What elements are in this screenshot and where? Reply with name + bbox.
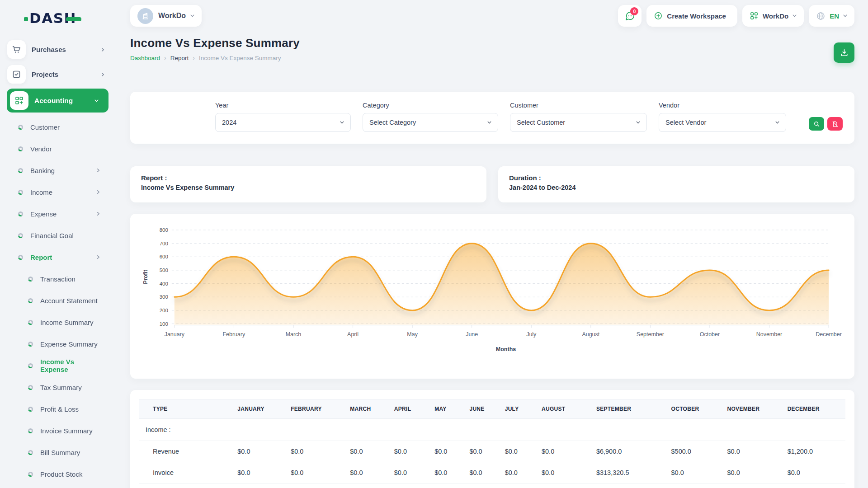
sidebar-item-label: Income Summary: [40, 319, 94, 326]
download-button[interactable]: [834, 42, 854, 63]
chevron-down-icon: [94, 98, 99, 103]
svg-text:March: March: [286, 331, 302, 338]
year-select[interactable]: 2024: [215, 113, 351, 132]
chevron-right-icon: ›: [193, 54, 195, 61]
bullet-icon: [28, 363, 33, 368]
sidebar-item-report[interactable]: Report: [0, 246, 117, 268]
table-cell: $6,900.0: [590, 441, 665, 462]
svg-text:January: January: [165, 331, 185, 338]
cart-icon-box: [7, 40, 26, 59]
sidebar-item-expense[interactable]: Expense: [0, 203, 117, 225]
select-value: Select Customer: [517, 119, 565, 126]
sidebar-item-label: Accounting: [34, 97, 73, 105]
table-cell: $0.0: [284, 441, 344, 462]
income-expense-table-card: TYPEJANUARYFEBRUARYMARCHAPRILMAYJUNEJULY…: [130, 390, 854, 488]
logo-dot-icon: [24, 17, 28, 21]
logo-dash-icon: [66, 17, 81, 21]
plus-circle-icon: [654, 11, 663, 20]
sidebar-item-accounting[interactable]: Accounting: [7, 89, 108, 113]
messages-button[interactable]: 0: [618, 5, 642, 27]
table-cell: $0.0: [535, 462, 590, 483]
grid-plus-icon: [14, 96, 24, 105]
breadcrumb-dashboard[interactable]: Dashboard: [130, 55, 160, 61]
filter-field-year: Year 2024: [215, 102, 351, 134]
page-title: Income Vs Expense Summary: [130, 36, 300, 50]
sidebar-item-label: Profit & Loss: [40, 405, 79, 413]
filter-field-category: Category Select Category: [363, 102, 498, 134]
chart-card: 800700600500400300200100JanuaryFebruaryM…: [130, 214, 854, 379]
page-header: Income Vs Expense Summary Dashboard › Re…: [130, 36, 854, 63]
filter-card: Year 2024 Category Select Category Custo…: [130, 92, 854, 144]
column-header: MARCH: [344, 399, 388, 419]
sidebar-item-profit-loss[interactable]: Profit & Loss: [0, 398, 117, 420]
breadcrumb-current: Income Vs Expense Summary: [199, 55, 281, 61]
svg-text:700: 700: [160, 241, 168, 246]
column-header: APRIL: [388, 399, 428, 419]
sidebar-item-financial-goal[interactable]: Financial Goal: [0, 225, 117, 246]
workspace-pill[interactable]: WorkDo: [130, 5, 202, 27]
create-workspace-button[interactable]: Create Workspace: [646, 5, 737, 27]
table-cell: $0.0: [463, 462, 498, 483]
sidebar-item-product-stock[interactable]: Product Stock: [0, 463, 117, 485]
sidebar-item-tax-summary[interactable]: Tax Summary: [0, 376, 117, 398]
sidebar-item-projects[interactable]: Projects: [0, 62, 117, 87]
main-area: WorkDo 0 Create Workspace WorkDo EN: [117, 0, 868, 488]
table-cell: $0.0: [428, 441, 463, 462]
table-cell: $0.0: [428, 462, 463, 483]
grid-plus-icon: [750, 11, 759, 20]
table-cell: $0.0: [721, 462, 781, 483]
sidebar-item-label: Bill Summary: [40, 449, 80, 456]
sidebar-item-transaction[interactable]: Transaction: [0, 268, 117, 290]
globe-icon: [816, 11, 826, 21]
sidebar-item-purchases[interactable]: Purchases: [0, 37, 117, 62]
sidebar-item-vendor[interactable]: Vendor: [0, 138, 117, 160]
sidebar-item-label: Customer: [30, 123, 60, 131]
chevron-right-icon: ›: [164, 54, 166, 61]
bullet-icon: [28, 277, 33, 282]
sidebar-item-income-vs-expense[interactable]: Income Vs Expense: [0, 355, 117, 376]
sidebar-item-banking[interactable]: Banking: [0, 160, 117, 181]
column-header: OCTOBER: [665, 399, 721, 419]
column-header: NOVEMBER: [721, 399, 781, 419]
customer-select[interactable]: Select Customer: [510, 113, 647, 132]
sidebar-item-cash-flow[interactable]: Cash Flow: [0, 485, 117, 488]
messages-badge: 0: [630, 7, 638, 15]
sidebar-item-account-statement[interactable]: Account Statement: [0, 290, 117, 311]
table-cell: $0.0: [284, 462, 344, 483]
report-card-title: Report :: [141, 174, 476, 182]
sidebar-item-expense-summary[interactable]: Expense Summary: [0, 333, 117, 355]
svg-text:300: 300: [160, 294, 168, 300]
select-value: Select Category: [369, 119, 416, 126]
breadcrumb-report[interactable]: Report: [170, 55, 189, 61]
sidebar-item-label: Report: [30, 253, 52, 261]
sidebar-item-label: Vendor: [30, 145, 52, 153]
filter-label: Category: [363, 102, 498, 109]
sidebar-item-bill-summary[interactable]: Bill Summary: [0, 441, 117, 463]
vendor-select[interactable]: Select Vendor: [659, 113, 786, 132]
reset-filter-button[interactable]: [827, 117, 843, 131]
column-header: JANUARY: [231, 399, 284, 419]
apply-filter-button[interactable]: [809, 117, 824, 131]
chevron-right-icon: [96, 168, 100, 173]
select-value: 2024: [222, 119, 236, 126]
table-cell: $500.0: [665, 441, 721, 462]
sidebar-item-invoice-summary[interactable]: Invoice Summary: [0, 420, 117, 441]
sidebar-item-income[interactable]: Income: [0, 181, 117, 203]
category-select[interactable]: Select Category: [363, 113, 498, 132]
svg-text:800: 800: [160, 227, 168, 233]
sidebar-item-label: Transaction: [40, 275, 75, 283]
sidebar-item-label: Product Stock: [40, 470, 82, 478]
sidebar-item-income-summary[interactable]: Income Summary: [0, 311, 117, 333]
chevron-down-icon: [340, 120, 344, 125]
svg-text:August: August: [582, 331, 599, 338]
sidebar-item-label: Financial Goal: [30, 232, 74, 239]
app-logo[interactable]: DASH: [24, 10, 117, 26]
sidebar-item-customer[interactable]: Customer: [0, 116, 117, 138]
table-cell: $0.0: [665, 462, 721, 483]
language-dropdown[interactable]: EN: [809, 5, 854, 27]
table-cell: $0.0: [721, 441, 781, 462]
table-group-row: Expense :: [139, 483, 845, 488]
bullet-icon: [28, 298, 33, 303]
bullet-icon: [28, 342, 33, 347]
workspace-dropdown[interactable]: WorkDo: [742, 5, 804, 27]
